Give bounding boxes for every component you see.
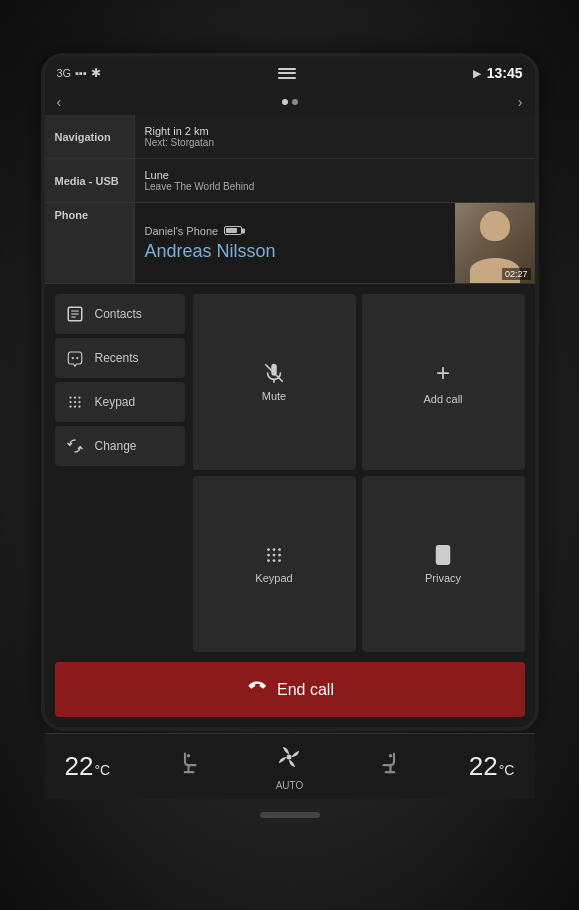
- media-row: Media - USB Lune Leave The World Behind: [45, 159, 535, 203]
- media-line1: Lune: [145, 169, 525, 181]
- svg-point-24: [273, 559, 276, 562]
- change-label: Change: [95, 439, 137, 453]
- temp-left[interactable]: 22 °C: [65, 751, 111, 782]
- keypad-label: Keypad: [255, 572, 292, 584]
- signal-text: 3G: [57, 67, 72, 79]
- temp-right-value: 22: [469, 751, 498, 782]
- svg-point-21: [273, 554, 276, 557]
- svg-point-10: [73, 401, 75, 403]
- keypad-left-button[interactable]: Keypad: [55, 382, 185, 422]
- temp-left-value: 22: [65, 751, 94, 782]
- change-button[interactable]: Change: [55, 426, 185, 466]
- temp-right-unit: °C: [499, 762, 515, 778]
- svg-point-6: [69, 396, 71, 398]
- controls-area: Contacts Recents: [45, 284, 535, 662]
- caller-info: Daniel's Phone Andreas Nilsson: [135, 203, 455, 283]
- svg-point-28: [442, 562, 443, 563]
- svg-point-4: [71, 357, 73, 359]
- svg-point-18: [273, 548, 276, 551]
- clock: 13:45: [487, 65, 523, 81]
- contacts-button[interactable]: Contacts: [55, 294, 185, 334]
- call-timer: 02:27: [502, 268, 531, 280]
- temp-right[interactable]: 22 °C: [469, 751, 515, 782]
- caller-device: Daniel's Phone: [145, 225, 445, 237]
- phone-header: Phone Daniel's Phone Andreas Nilsson 02:…: [45, 203, 535, 284]
- svg-point-14: [78, 405, 80, 407]
- privacy-icon: [432, 544, 454, 566]
- page-dots: [65, 99, 514, 105]
- grid-row-top: Mute + Add call: [193, 294, 525, 470]
- battery-icon: [224, 226, 242, 235]
- svg-point-11: [78, 401, 80, 403]
- bottom-handle: [260, 812, 320, 818]
- status-right: ▶ 13:45: [473, 65, 523, 81]
- svg-point-29: [187, 754, 191, 758]
- grid-row-bottom: Keypad Privacy: [193, 476, 525, 652]
- recents-label: Recents: [95, 351, 139, 365]
- navigation-content[interactable]: Right in 2 km Next: Storgatan: [135, 115, 535, 158]
- bluetooth-icon: ✱: [91, 66, 101, 80]
- caller-name: Andreas Nilsson: [145, 241, 445, 262]
- svg-point-5: [76, 357, 78, 359]
- svg-point-19: [278, 548, 281, 551]
- navigation-row: Navigation Right in 2 km Next: Storgatan: [45, 115, 535, 159]
- media-label: Media - USB: [45, 159, 135, 202]
- end-call-row: End call: [45, 662, 535, 727]
- signal-bars: ▪▪▪: [75, 67, 87, 79]
- car-bezel: 3G ▪▪▪ ✱ ▶ 13:45 ‹ › Navigation: [0, 0, 579, 910]
- climate-bar: 22 °C AUTO: [45, 733, 535, 799]
- add-call-button[interactable]: + Add call: [362, 294, 525, 470]
- left-menu: Contacts Recents: [55, 294, 185, 652]
- keypad-icon: [263, 544, 285, 566]
- forward-arrow[interactable]: ›: [514, 94, 527, 110]
- phone-label: Phone: [45, 203, 135, 283]
- svg-point-23: [267, 559, 270, 562]
- svg-point-25: [278, 559, 281, 562]
- recents-button[interactable]: Recents: [55, 338, 185, 378]
- status-bar: 3G ▪▪▪ ✱ ▶ 13:45: [45, 57, 535, 89]
- mute-icon: [263, 362, 285, 384]
- keypad-left-icon: [65, 392, 85, 412]
- climate-center[interactable]: AUTO: [274, 742, 304, 791]
- recents-icon: [65, 348, 85, 368]
- right-grid: Mute + Add call: [193, 294, 525, 652]
- nav-line2: Next: Storgatan: [145, 137, 525, 148]
- svg-point-9: [69, 401, 71, 403]
- seat-left-icon: [178, 750, 206, 784]
- keypad-left-label: Keypad: [95, 395, 136, 409]
- dot-1: [282, 99, 288, 105]
- seat-right-icon: [373, 750, 401, 784]
- device-name: Daniel's Phone: [145, 225, 219, 237]
- contacts-label: Contacts: [95, 307, 142, 321]
- climate-mode-label: AUTO: [276, 780, 304, 791]
- keypad-button[interactable]: Keypad: [193, 476, 356, 652]
- play-icon: ▶: [473, 68, 481, 79]
- end-call-phone-icon: [245, 676, 267, 703]
- add-call-icon: +: [436, 359, 450, 387]
- svg-point-30: [287, 755, 292, 760]
- end-call-label: End call: [277, 681, 334, 699]
- temp-left-unit: °C: [94, 762, 110, 778]
- svg-point-13: [73, 405, 75, 407]
- svg-point-8: [78, 396, 80, 398]
- end-call-button[interactable]: End call: [55, 662, 525, 717]
- svg-point-17: [267, 548, 270, 551]
- media-content[interactable]: Lune Leave The World Behind: [135, 159, 535, 202]
- navigation-label: Navigation: [45, 115, 135, 158]
- mute-label: Mute: [262, 390, 286, 402]
- add-call-label: Add call: [423, 393, 462, 405]
- fan-icon: [274, 742, 304, 778]
- mute-button[interactable]: Mute: [193, 294, 356, 470]
- privacy-button[interactable]: Privacy: [362, 476, 525, 652]
- dot-2: [292, 99, 298, 105]
- change-icon: [65, 436, 85, 456]
- svg-point-31: [388, 754, 392, 758]
- status-left: 3G ▪▪▪ ✱: [57, 66, 101, 80]
- menu-button[interactable]: [278, 68, 296, 79]
- media-line2: Leave The World Behind: [145, 181, 525, 192]
- svg-point-22: [278, 554, 281, 557]
- contacts-icon: [65, 304, 85, 324]
- phone-section: Phone Daniel's Phone Andreas Nilsson 02:…: [45, 203, 535, 727]
- back-arrow[interactable]: ‹: [53, 94, 66, 110]
- caller-avatar: 02:27: [455, 203, 535, 283]
